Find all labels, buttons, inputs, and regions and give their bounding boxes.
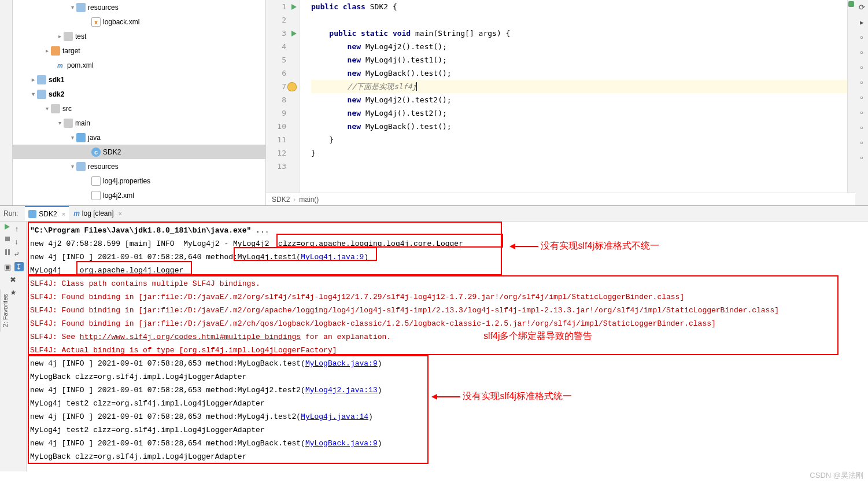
console-line: SLF4J: See http://www.slf4j.org/codes.ht… [30,330,865,344]
console-line: MyLog4j test2 clzz=org.slf4j.impl.Log4jL… [30,397,865,410]
editor-column: 1 2 3 4 5 6 7 8 9 10 11 12 13 public cla… [266,0,855,205]
tree-label: sdk2 [49,90,64,98]
console-line: new 4j2 07:58:28.599 [main] INFO MyLog4j… [30,237,865,250]
editor-gutter: 1 2 3 4 5 6 7 8 9 10 11 12 13 [266,0,300,193]
gutter-3[interactable]: 3 [266,27,286,40]
console-output[interactable]: "C:\Program Files\Java\jdk1.8.0_181\bin\… [27,222,868,471]
tool-icon[interactable]: ▫ [857,47,866,57]
tree-log4j2-xml[interactable]: log4j2.xml [13,188,265,202]
run-tab-log-clean[interactable]: mlog [clean]× [70,206,125,221]
tree-logback-xml[interactable]: xlogback.xml [13,14,265,29]
console-line: SLF4J: Actual binding is of type [org.sl… [30,344,865,357]
source-link[interactable]: MyLog4j2.java:13 [305,386,378,394]
tree-sdk2[interactable]: ▾sdk2 [13,87,265,101]
tree-sdk1[interactable]: ▸sdk1 [13,72,265,87]
tool-icon[interactable]: ▸ [857,17,866,27]
breadcrumb[interactable]: SDK2 › main() [266,193,855,205]
tool-icon[interactable]: ▫ [857,138,866,147]
tool-icon[interactable]: ▫ [857,93,866,102]
run-tool-window: Run: SDK2× mlog [clean]× ↑ ↓ ⤶ ▣↧ ✖ ★ "C… [0,205,868,471]
console-line: new 4j [INFO ] 2021-09-01 07:58:28,654 m… [30,437,865,450]
console-line: new 4j [INFO ] 2021-09-01 07:58:28,653 m… [30,357,865,370]
tree-label: resources [88,3,119,12]
tool-icon[interactable]: ▫ [857,108,866,117]
source-link[interactable]: MyLogBack.java:9 [305,359,378,368]
tree-java[interactable]: ▾java [13,130,265,145]
chevron-right-icon: › [293,196,296,204]
source-link[interactable]: MyLog4j.java:9 [301,253,364,261]
scroll-icon[interactable]: ↧ [14,262,24,271]
breadcrumb-class[interactable]: SDK2 [272,196,290,204]
refresh-icon[interactable]: ⟳ [857,2,866,12]
code-line: new MyLogBack().test(); [311,120,855,133]
tree-label: main [75,119,90,127]
close-icon[interactable]: × [119,210,122,217]
tree-label: SDK2 [103,148,121,156]
tree-src[interactable]: ▾src [13,101,265,116]
console-line: MyLog4j test2 clzz=org.slf4j.impl.Log4jL… [30,423,865,437]
tool-icon[interactable]: ▫ [857,78,866,87]
tool-icon[interactable]: ▫ [857,32,866,42]
project-tree[interactable]: ▾resources xlogback.xml ▸test ▸target mp… [13,0,266,205]
gutter-4: 4 [266,40,286,53]
console-line: MyLog4j org.apache.log4j.Logger [30,264,865,277]
rerun-icon[interactable] [5,224,10,230]
code-line: } [311,146,855,160]
run-tab-label: SDK2 [39,210,57,218]
tree-target[interactable]: ▸target [13,43,265,58]
tree-label: target [62,47,80,55]
console-line: MyLogBack clzz=org.slf4j.impl.Log4jLogge… [30,370,865,384]
tool-icon[interactable]: ▫ [857,153,866,162]
camera-icon[interactable]: ▣ [3,262,12,271]
editor-body[interactable]: public class SDK2 { public static void m… [300,0,855,193]
close-icon[interactable]: × [62,211,65,217]
tree-resources2[interactable]: ▾resources [13,159,265,174]
console-line: new 4j [INFO ] 2021-09-01 07:58:28,653 m… [30,384,865,397]
trash-icon[interactable]: ✖ [9,275,18,284]
code-editor[interactable]: 1 2 3 4 5 6 7 8 9 10 11 12 13 public cla… [266,0,855,193]
source-link[interactable]: MyLogBack.java:9 [305,439,378,448]
console-line: SLF4J: Found binding in [jar:file:/D:/ja… [30,317,865,330]
console-line: "C:\Program Files\Java\jdk1.8.0_181\bin\… [30,224,865,237]
code-line: } [311,133,855,146]
console-line: SLF4J: Class path contains multiple SLF4… [30,277,865,290]
code-line: public static void main(String[] args) { [311,27,855,40]
gutter-8: 8 [266,93,286,106]
tree-label: logback.xml [103,18,139,26]
tree-main[interactable]: ▾main [13,116,265,130]
breadcrumb-method[interactable]: main() [299,196,319,204]
left-gutter [0,0,13,205]
run-tab-sdk2[interactable]: SDK2× [25,206,69,221]
down-icon[interactable]: ↓ [12,237,21,246]
tree-log4j-props[interactable]: log4j.properties [13,174,265,188]
stop-icon[interactable] [5,237,10,241]
editor-scrollbar[interactable] [847,0,855,193]
inspection-ok-icon[interactable] [848,1,854,7]
tree-label: pom.xml [67,61,93,69]
favorites-tool-tab[interactable]: 2: Favorites [0,289,12,331]
gutter-10: 10 [266,120,286,133]
code-line: new MyLog4j2().test2(); [311,93,855,106]
tree-label: resources [88,163,119,171]
help-link[interactable]: http://www.slf4j.org/codes.html#multiple… [80,333,301,341]
run-config-icon [28,210,36,218]
tree-label: log4j.properties [103,177,150,185]
gutter-2: 2 [266,13,286,27]
tree-resources[interactable]: ▾resources [13,0,265,14]
wrap-icon[interactable]: ⤶ [12,249,21,259]
tree-test[interactable]: ▸test [13,29,265,43]
gutter-1[interactable]: 1 [266,0,286,13]
run-tab-label: log [clean] [82,209,114,217]
tree-pom[interactable]: mpom.xml [13,58,265,72]
gutter-13: 13 [266,160,286,173]
tool-icon[interactable]: ▫ [857,62,866,72]
pause-icon[interactable] [5,249,10,255]
gutter-7[interactable]: 7 [266,80,286,93]
code-line-current: //下面是实现slf4j [311,80,855,93]
source-link[interactable]: MyLog4j.java:14 [301,412,368,421]
up-icon[interactable]: ↑ [12,224,21,233]
tool-icon[interactable]: ▫ [857,123,866,132]
run-label: Run: [3,209,18,217]
tree-class-sdk2[interactable]: cSDK2 [13,145,265,159]
gutter-11: 11 [266,133,286,146]
